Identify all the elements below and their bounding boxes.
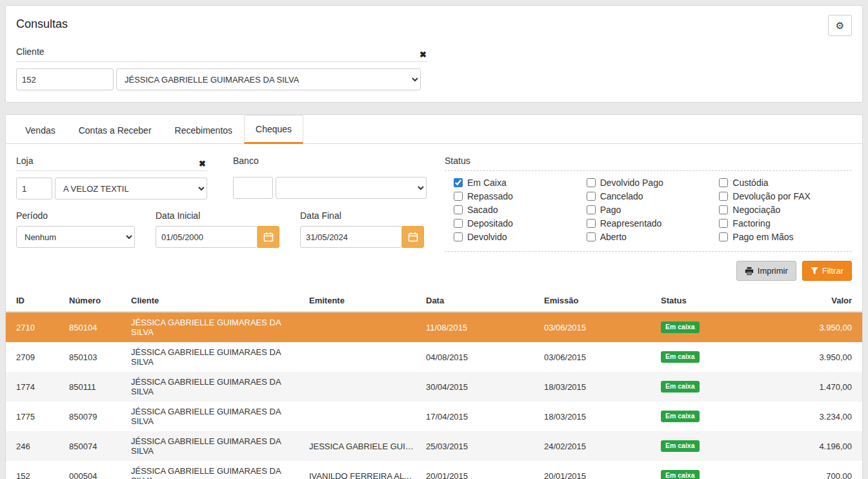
periodo-select[interactable]: Nenhum	[16, 226, 135, 248]
status-checkbox-factoring[interactable]: Factoring	[719, 218, 852, 229]
card-header: Consultas ⚙	[16, 15, 852, 36]
status-checkbox-pago-em-maos[interactable]: Pago em Mãos	[719, 232, 852, 242]
filtrar-button[interactable]: Filtrar	[802, 261, 852, 281]
header-numero: Número	[64, 290, 126, 312]
cell-status: Em caixa	[656, 312, 752, 342]
checkbox-label: Negociação	[732, 205, 780, 215]
banco-code-input[interactable]	[233, 177, 273, 199]
cell-emissao: 03/06/2015	[539, 312, 656, 342]
cliente-group-head: Cliente ✖	[16, 44, 428, 62]
status-badge: Em caixa	[661, 321, 700, 333]
devolvido-checkbox[interactable]	[454, 232, 463, 241]
data-inicial-calendar-button[interactable]	[257, 226, 279, 248]
status-checkbox-devolvido[interactable]: Devolvido	[454, 232, 587, 242]
data-inicial-label: Data Inicial	[156, 208, 279, 226]
checkbox-label: Depositado	[467, 218, 513, 229]
consultas-card: Consultas ⚙ Cliente ✖ JÉSSICA GABRIELLE …	[5, 5, 863, 103]
page-title: Consultas	[16, 15, 68, 31]
data-inicial-group: Data Inicial	[156, 208, 279, 248]
tab-bar: Vendas Contas a Receber Recebimentos Che…	[6, 115, 862, 144]
banco-group: Banco	[233, 153, 427, 199]
cell-valor: 3.950,00	[752, 342, 862, 372]
em-caixa-checkbox[interactable]	[454, 178, 463, 187]
cliente-group: Cliente ✖ JÉSSICA GABRIELLE GUIMARAES DA…	[16, 44, 428, 90]
tab-recebimentos[interactable]: Recebimentos	[163, 115, 245, 144]
reapresentado-checkbox[interactable]	[587, 219, 596, 228]
cancelado-checkbox[interactable]	[587, 192, 596, 201]
status-checkbox-aberto[interactable]: Aberto	[587, 232, 720, 242]
cliente-clear-button[interactable]: ✖	[419, 50, 427, 59]
tab-cheques[interactable]: Cheques	[244, 115, 303, 144]
cell-data: 17/04/2015	[421, 402, 539, 431]
cell-data: 04/08/2015	[421, 342, 539, 372]
table-header-row: ID Número Cliente Emitente Data Emissão …	[6, 290, 862, 312]
sacado-checkbox[interactable]	[454, 205, 463, 214]
devolucao-por-fax-checkbox[interactable]	[719, 192, 728, 201]
checkbox-label: Pago	[600, 205, 621, 215]
status-checkbox-pago[interactable]: Pago	[587, 205, 720, 215]
status-checkbox-em-caixa[interactable]: Em Caixa	[454, 178, 587, 188]
status-checkbox-devolucao-por-fax[interactable]: Devolução por FAX	[719, 191, 852, 201]
table-row-selected[interactable]: 2710 850104 JÉSSICA GABRIELLE GUIMARAES …	[6, 312, 862, 342]
tab-vendas[interactable]: Vendas	[14, 115, 67, 144]
checkbox-label: Reapresentado	[600, 218, 662, 229]
header-id: ID	[6, 290, 64, 312]
status-label: Status	[445, 156, 470, 166]
cell-emitente	[304, 372, 421, 402]
pago-checkbox[interactable]	[587, 205, 596, 214]
status-checkbox-repassado[interactable]: Repassado	[454, 191, 587, 201]
cell-emissao: 18/03/2015	[539, 402, 656, 431]
loja-code-input[interactable]	[16, 178, 52, 199]
checkbox-label: Cancelado	[600, 191, 643, 201]
cell-status: Em caixa	[656, 372, 752, 402]
custodia-checkbox[interactable]	[719, 178, 728, 187]
data-inicial-input	[156, 226, 257, 248]
table-row[interactable]: 1774 850111 JÉSSICA GABRIELLE GUIMARAES …	[6, 372, 862, 402]
status-checkbox-cancelado[interactable]: Cancelado	[587, 191, 720, 201]
banco-select[interactable]	[276, 177, 427, 199]
status-checkbox-sacado[interactable]: Sacado	[454, 205, 587, 215]
table-row[interactable]: 2709 850103 JÉSSICA GABRIELLE GUIMARAES …	[6, 342, 862, 372]
status-badge: Em caixa	[661, 440, 700, 452]
cell-id: 246	[6, 431, 64, 461]
checkbox-label: Custódia	[732, 178, 768, 188]
table-row[interactable]: 246 850074 JÉSSICA GABRIELLE GUIMARAES D…	[6, 431, 862, 461]
cell-id: 2709	[6, 342, 64, 372]
cell-numero: 850111	[64, 372, 126, 402]
data-final-calendar-button[interactable]	[402, 226, 424, 248]
loja-label: Loja	[16, 156, 33, 166]
status-checkbox-depositado[interactable]: Depositado	[454, 218, 587, 229]
imprimir-button[interactable]: Imprimir	[736, 261, 796, 281]
table-row[interactable]: 1775 850079 JÉSSICA GABRIELLE GUIMARAES …	[6, 402, 862, 431]
loja-select[interactable]: A VELOZ TEXTIL	[55, 178, 207, 199]
checkbox-label: Em Caixa	[467, 178, 507, 188]
cell-cliente: JÉSSICA GABRIELLE GUIMARAES DA SILVA	[126, 342, 304, 372]
aberto-checkbox[interactable]	[587, 232, 596, 241]
checkbox-label: Repassado	[467, 191, 513, 201]
status-checkbox-negociacao[interactable]: Negociação	[719, 205, 852, 215]
status-group: Status Em Caixa Repassado Sacado Deposi	[445, 153, 852, 252]
cliente-select[interactable]: JÉSSICA GABRIELLE GUIMARAES DA SILVA	[116, 68, 421, 90]
tab-contas-a-receber[interactable]: Contas a Receber	[67, 115, 163, 144]
cell-cliente: JÉSSICA GABRIELLE GUIMARAES DA SILVA	[126, 461, 304, 479]
repassado-checkbox[interactable]	[454, 192, 463, 201]
status-checkbox-grid: Em Caixa Repassado Sacado Depositado Dev…	[445, 171, 852, 252]
table-row[interactable]: 152 000504 JÉSSICA GABRIELLE GUIMARAES D…	[6, 461, 862, 479]
settings-button[interactable]: ⚙	[828, 15, 852, 36]
filter-row-2: Período Nenhum Data Inicial Data	[16, 208, 432, 248]
checkbox-label: Pago em Mãos	[732, 232, 793, 242]
header-data: Data	[421, 290, 539, 312]
cliente-code-input[interactable]	[16, 68, 114, 90]
periodo-group: Período Nenhum	[16, 208, 135, 248]
cell-valor: 700,00	[752, 461, 862, 479]
factoring-checkbox[interactable]	[719, 219, 728, 228]
status-checkbox-reapresentado[interactable]: Reapresentado	[587, 218, 720, 229]
loja-clear-button[interactable]: ✖	[199, 159, 206, 168]
close-icon: ✖	[419, 50, 427, 59]
pago-em-maos-checkbox[interactable]	[719, 232, 728, 241]
status-checkbox-devolvido-pago[interactable]: Devolvido Pago	[587, 178, 720, 188]
depositado-checkbox[interactable]	[454, 219, 463, 228]
devolvido-pago-checkbox[interactable]	[587, 178, 596, 187]
negociacao-checkbox[interactable]	[719, 205, 728, 214]
status-checkbox-custodia[interactable]: Custódia	[719, 178, 852, 188]
